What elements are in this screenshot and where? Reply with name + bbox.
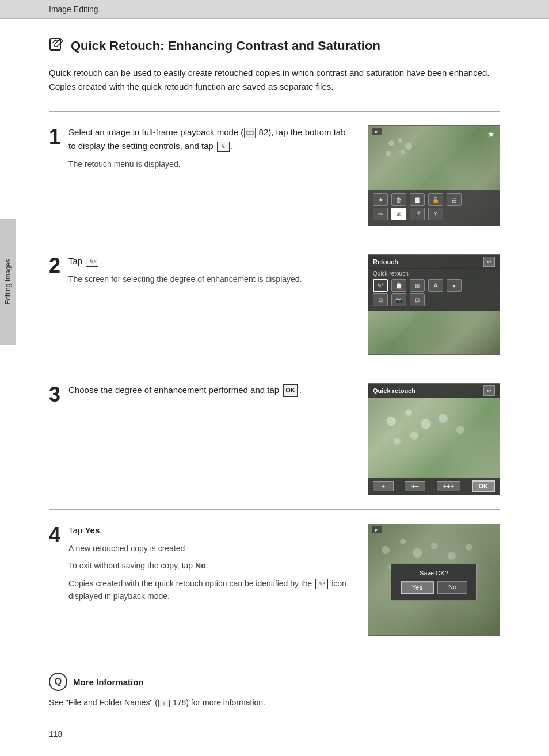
step-4-subnote2: To exit without saving the copy, tap No.	[68, 559, 350, 572]
svg-point-9	[410, 432, 418, 440]
step-3-left: 3 Choose the degree of enhancement perfo…	[49, 383, 350, 405]
more-info-label: More Information	[73, 677, 144, 687]
step4-yes-bold: Yes	[85, 525, 100, 535]
screen2-icon-row1: ✎* 📋 ⊞ A ●	[373, 279, 495, 292]
footer-section: Q More Information See "File and Folder …	[49, 673, 500, 707]
icon-retouch-2: 📋	[391, 279, 406, 292]
svg-point-12	[394, 438, 401, 445]
icon-retouch-6: ⊟	[373, 293, 388, 306]
screen-save-4: ► Save OK? Yes No	[368, 524, 500, 635]
step-3-number: 3	[49, 384, 60, 405]
breadcrumb: Image Editing	[49, 5, 98, 14]
icon-retouch-8: ⊡	[410, 293, 425, 306]
icon-retouch-4: A	[428, 279, 443, 292]
playback-icon-inline: ✎*	[315, 579, 328, 589]
quick-retouch-label: Quick retouch	[373, 270, 495, 277]
edit-tap-icon: ✎	[217, 142, 230, 152]
step-2-number: 2	[49, 255, 60, 276]
degree-btn-3[interactable]: +++	[437, 481, 460, 491]
step-1-image: ► ★ ★ 🗑 📋 🔒 🖨	[368, 125, 500, 226]
page-title-text: Quick Retouch: Enhancing Contrast and Sa…	[71, 39, 380, 54]
screen1-flowers	[380, 132, 426, 166]
step-3-instruction: Choose the degree of enhancement perform…	[68, 383, 350, 397]
svg-point-1	[388, 140, 394, 146]
svg-point-3	[405, 143, 412, 150]
step-4-left: 4 Tap Yes. A new retouched copy is creat…	[49, 524, 350, 603]
svg-point-4	[401, 150, 405, 154]
icon-trash: 🗑	[391, 193, 406, 206]
degree-title: Quick retouch	[373, 387, 415, 394]
save-buttons: Yes No	[401, 581, 467, 594]
save-dialog: Save OK? Yes No	[391, 563, 477, 600]
step-4-number: 4	[49, 525, 60, 545]
icon-copy: 📋	[410, 193, 425, 206]
screen3-flowers	[374, 398, 489, 473]
step-1: 1 Select an image in full-frame playback…	[49, 111, 500, 240]
degree-header: Quick retouch ↩	[368, 384, 500, 398]
svg-point-5	[386, 151, 391, 156]
screen1-icon-row1: ★ 🗑 📋 🔒 🖨	[373, 193, 495, 206]
ok-button[interactable]: OK	[472, 480, 495, 492]
step-1-number: 1	[49, 127, 60, 147]
icon-protect: 🔒	[428, 193, 443, 206]
svg-point-10	[439, 414, 448, 423]
more-info-icon: Q	[49, 673, 67, 691]
side-tab: Editing Images	[0, 219, 16, 345]
svg-point-14	[400, 539, 406, 544]
yes-button[interactable]: Yes	[401, 581, 434, 594]
step-2: 2 Tap ✎*. The screen for selecting the d…	[49, 240, 500, 369]
svg-point-13	[382, 546, 390, 554]
step-4-subnote1: A new retouched copy is created.	[68, 542, 350, 555]
retouch-menu-overlay: Quick retouch ✎* 📋 ⊞ A ● ⊟ 📷 ⊡	[368, 268, 500, 311]
step-2-left: 2 Tap ✎*. The screen for selecting the d…	[49, 254, 350, 285]
step-1-subnote: The retouch menu is displayed.	[68, 158, 350, 170]
svg-point-15	[413, 548, 422, 558]
svg-point-17	[448, 552, 456, 560]
step-1-instruction: Select an image in full-frame playback m…	[68, 125, 350, 170]
icon-voice: 🎤	[410, 208, 425, 220]
step-1-left: 1 Select an image in full-frame playback…	[49, 125, 350, 170]
screen-degree-3: ► Quick retouch ↩ + ++	[368, 384, 500, 495]
step-2-instruction: Tap ✎*. The screen for selecting the deg…	[68, 254, 350, 285]
retouch-icon-svg	[49, 36, 65, 52]
svg-point-7	[405, 409, 412, 416]
intro-paragraph: Quick retouch can be used to easily crea…	[49, 66, 500, 94]
book-ref-more-info: □□	[158, 700, 170, 707]
header-bar: Image Editing	[0, 0, 549, 19]
icon-star: ★	[373, 193, 388, 206]
svg-point-16	[431, 543, 438, 549]
degree-back-btn[interactable]: ↩	[483, 385, 495, 396]
ok-icon: OK	[283, 384, 298, 397]
screen-retouch-2: ► Retouch ↩ Quick retouch ✎* 📋 ⊞ A ●	[368, 255, 500, 354]
page-title: Quick Retouch: Enhancing Contrast and Sa…	[49, 36, 500, 56]
retouch-back-btn[interactable]: ↩	[483, 257, 495, 267]
degree-btn-1[interactable]: +	[373, 481, 394, 491]
book-ref-1: □□	[244, 128, 256, 138]
icon-retouch-5: ●	[447, 279, 462, 292]
screen1-icon-row2: ✏ ✉ 🎤 Y	[373, 208, 495, 220]
icon-print: 🖨	[447, 193, 462, 206]
svg-point-18	[466, 544, 472, 551]
screen-playback-1: ► ★ ★ 🗑 📋 🔒 🖨	[368, 126, 500, 226]
degree-footer: + ++ +++ OK	[368, 478, 500, 495]
side-tab-label: Editing Images	[4, 259, 12, 304]
screen2-icon-row2: ⊟ 📷 ⊡	[373, 293, 495, 306]
step2-tap-icon: ✎*	[86, 257, 98, 267]
icon-retouch-3: ⊞	[410, 279, 425, 292]
no-button[interactable]: No	[437, 581, 467, 594]
screen1-overlay: ★ 🗑 📋 🔒 🖨 ✏ ✉ 🎤 Y	[368, 190, 500, 226]
retouch-header: Retouch ↩	[368, 255, 500, 269]
degree-btn-2[interactable]: ++	[405, 481, 425, 491]
screen1-star: ★	[487, 129, 495, 139]
svg-point-8	[421, 419, 431, 429]
svg-point-6	[387, 417, 396, 426]
step-4-instruction: Tap Yes. A new retouched copy is created…	[68, 524, 350, 603]
step-4: 4 Tap Yes. A new retouched copy is creat…	[49, 509, 500, 650]
icon-edit: ✏	[373, 208, 388, 220]
icon-y: Y	[428, 208, 443, 220]
icon-retouch-highlight: ✉	[391, 208, 406, 220]
step-2-subnote: The screen for selecting the degree of e…	[68, 273, 350, 285]
step4-no-bold: No	[195, 561, 206, 570]
retouch-title: Retouch	[373, 258, 398, 265]
svg-point-2	[398, 138, 402, 143]
